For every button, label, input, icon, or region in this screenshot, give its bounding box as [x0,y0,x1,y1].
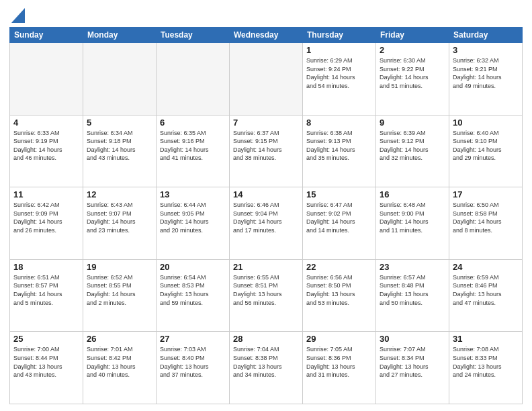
day-number: 12 [87,189,152,199]
weekday-header-saturday: Saturday [449,28,523,43]
calendar-cell: 8Sunrise: 6:38 AM Sunset: 9:13 PM Daylig… [303,115,376,187]
calendar-cell [83,43,157,116]
calendar-cell: 13Sunrise: 6:44 AM Sunset: 9:05 PM Dayli… [157,187,230,260]
day-info: Sunrise: 6:44 AM Sunset: 9:05 PM Dayligh… [160,201,226,234]
day-info: Sunrise: 6:42 AM Sunset: 9:09 PM Dayligh… [13,201,79,234]
day-info: Sunrise: 6:38 AM Sunset: 9:13 PM Dayligh… [306,129,372,163]
week-row-3: 11Sunrise: 6:42 AM Sunset: 9:09 PM Dayli… [10,187,523,260]
day-info: Sunrise: 6:55 AM Sunset: 8:51 PM Dayligh… [233,273,299,307]
day-number: 17 [453,189,519,199]
calendar-cell: 10Sunrise: 6:40 AM Sunset: 9:10 PM Dayli… [449,115,523,187]
week-row-1: 1Sunrise: 6:29 AM Sunset: 9:24 PM Daylig… [10,43,523,116]
day-info: Sunrise: 6:40 AM Sunset: 9:10 PM Dayligh… [453,129,519,163]
calendar-cell: 29Sunrise: 7:05 AM Sunset: 8:36 PM Dayli… [303,332,376,404]
day-number: 2 [380,45,445,55]
header [9,7,523,23]
day-info: Sunrise: 6:50 AM Sunset: 8:58 PM Dayligh… [453,201,519,234]
day-number: 30 [380,334,445,344]
calendar-cell: 12Sunrise: 6:43 AM Sunset: 9:07 PM Dayli… [83,187,157,260]
calendar-cell: 17Sunrise: 6:50 AM Sunset: 8:58 PM Dayli… [449,187,523,260]
calendar-cell [10,43,83,116]
calendar-cell: 16Sunrise: 6:48 AM Sunset: 9:00 PM Dayli… [376,187,449,260]
day-info: Sunrise: 7:03 AM Sunset: 8:40 PM Dayligh… [160,345,226,379]
day-number: 18 [13,262,79,272]
calendar-cell: 20Sunrise: 6:54 AM Sunset: 8:53 PM Dayli… [157,259,230,332]
day-info: Sunrise: 7:07 AM Sunset: 8:34 PM Dayligh… [380,345,445,379]
weekday-header-friday: Friday [376,28,449,43]
day-number: 13 [160,189,226,199]
day-number: 28 [233,334,299,344]
svg-marker-0 [11,8,25,23]
weekday-header-thursday: Thursday [303,28,376,43]
calendar-cell: 15Sunrise: 6:47 AM Sunset: 9:02 PM Dayli… [303,187,376,260]
calendar-cell: 30Sunrise: 7:07 AM Sunset: 8:34 PM Dayli… [376,332,449,404]
calendar-cell: 31Sunrise: 7:08 AM Sunset: 8:33 PM Dayli… [449,332,523,404]
day-info: Sunrise: 6:34 AM Sunset: 9:18 PM Dayligh… [87,129,152,163]
calendar-cell: 14Sunrise: 6:46 AM Sunset: 9:04 PM Dayli… [230,187,303,260]
day-info: Sunrise: 7:01 AM Sunset: 8:42 PM Dayligh… [87,345,152,379]
calendar-cell: 1Sunrise: 6:29 AM Sunset: 9:24 PM Daylig… [303,43,376,116]
day-info: Sunrise: 6:52 AM Sunset: 8:55 PM Dayligh… [87,273,152,307]
calendar-cell: 6Sunrise: 6:35 AM Sunset: 9:16 PM Daylig… [157,115,230,187]
calendar-cell: 2Sunrise: 6:30 AM Sunset: 9:22 PM Daylig… [376,43,449,116]
day-number: 5 [87,118,152,128]
day-number: 11 [13,189,79,199]
day-number: 9 [380,118,445,128]
day-info: Sunrise: 7:05 AM Sunset: 8:36 PM Dayligh… [306,345,372,379]
day-number: 1 [306,45,372,55]
day-info: Sunrise: 6:39 AM Sunset: 9:12 PM Dayligh… [380,129,445,163]
calendar-cell: 5Sunrise: 6:34 AM Sunset: 9:18 PM Daylig… [83,115,157,187]
day-number: 6 [160,118,226,128]
day-info: Sunrise: 6:33 AM Sunset: 9:19 PM Dayligh… [13,129,79,163]
calendar-cell: 11Sunrise: 6:42 AM Sunset: 9:09 PM Dayli… [10,187,83,260]
day-info: Sunrise: 6:35 AM Sunset: 9:16 PM Dayligh… [160,129,226,163]
calendar-table: SundayMondayTuesdayWednesdayThursdayFrid… [9,27,523,404]
calendar-cell: 4Sunrise: 6:33 AM Sunset: 9:19 PM Daylig… [10,115,83,187]
day-number: 10 [453,118,519,128]
day-number: 23 [380,262,445,272]
calendar-cell: 7Sunrise: 6:37 AM Sunset: 9:15 PM Daylig… [230,115,303,187]
calendar-cell: 3Sunrise: 6:32 AM Sunset: 9:21 PM Daylig… [449,43,523,116]
calendar-cell [230,43,303,116]
weekday-header-monday: Monday [83,28,157,43]
weekday-header-row: SundayMondayTuesdayWednesdayThursdayFrid… [10,28,523,43]
day-info: Sunrise: 6:59 AM Sunset: 8:46 PM Dayligh… [453,273,519,307]
day-info: Sunrise: 7:04 AM Sunset: 8:38 PM Dayligh… [233,345,299,379]
day-number: 16 [380,189,445,199]
day-number: 19 [87,262,152,272]
calendar-cell: 24Sunrise: 6:59 AM Sunset: 8:46 PM Dayli… [449,259,523,332]
week-row-5: 25Sunrise: 7:00 AM Sunset: 8:44 PM Dayli… [10,332,523,404]
day-info: Sunrise: 6:54 AM Sunset: 8:53 PM Dayligh… [160,273,226,307]
day-number: 22 [306,262,372,272]
day-number: 15 [306,189,372,199]
day-number: 29 [306,334,372,344]
day-info: Sunrise: 6:51 AM Sunset: 8:57 PM Dayligh… [13,273,79,307]
week-row-2: 4Sunrise: 6:33 AM Sunset: 9:19 PM Daylig… [10,115,523,187]
day-info: Sunrise: 6:29 AM Sunset: 9:24 PM Dayligh… [306,56,372,90]
week-row-4: 18Sunrise: 6:51 AM Sunset: 8:57 PM Dayli… [10,259,523,332]
logo [9,7,25,23]
calendar-cell: 22Sunrise: 6:56 AM Sunset: 8:50 PM Dayli… [303,259,376,332]
day-number: 26 [87,334,152,344]
logo-triangle-icon [11,8,25,23]
page: SundayMondayTuesdayWednesdayThursdayFrid… [0,0,532,411]
calendar-cell: 18Sunrise: 6:51 AM Sunset: 8:57 PM Dayli… [10,259,83,332]
day-info: Sunrise: 6:47 AM Sunset: 9:02 PM Dayligh… [306,201,372,234]
day-number: 24 [453,262,519,272]
day-info: Sunrise: 6:30 AM Sunset: 9:22 PM Dayligh… [380,56,445,90]
day-number: 8 [306,118,372,128]
day-number: 3 [453,45,519,55]
calendar-cell: 28Sunrise: 7:04 AM Sunset: 8:38 PM Dayli… [230,332,303,404]
weekday-header-sunday: Sunday [10,28,83,43]
day-number: 25 [13,334,79,344]
calendar-cell: 26Sunrise: 7:01 AM Sunset: 8:42 PM Dayli… [83,332,157,404]
calendar-cell: 23Sunrise: 6:57 AM Sunset: 8:48 PM Dayli… [376,259,449,332]
day-number: 20 [160,262,226,272]
day-number: 7 [233,118,299,128]
day-info: Sunrise: 6:37 AM Sunset: 9:15 PM Dayligh… [233,129,299,163]
calendar-cell: 19Sunrise: 6:52 AM Sunset: 8:55 PM Dayli… [83,259,157,332]
calendar-cell: 9Sunrise: 6:39 AM Sunset: 9:12 PM Daylig… [376,115,449,187]
day-number: 27 [160,334,226,344]
day-number: 14 [233,189,299,199]
calendar-cell: 27Sunrise: 7:03 AM Sunset: 8:40 PM Dayli… [157,332,230,404]
